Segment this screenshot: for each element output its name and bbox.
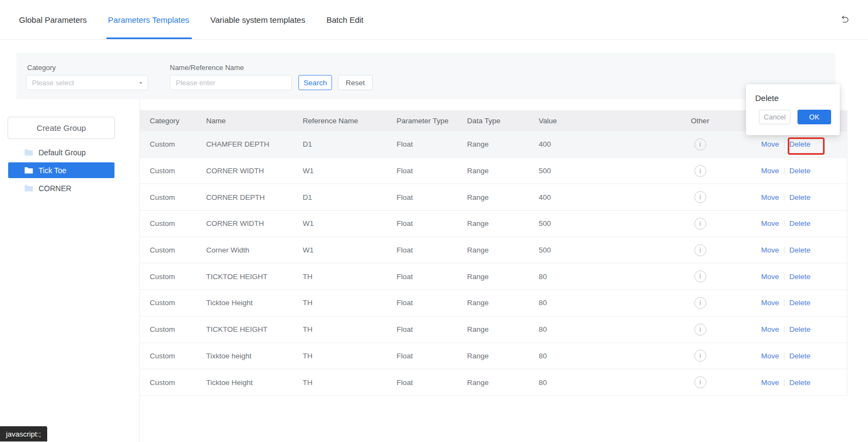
cell-name: TICKTOE HEIGHT xyxy=(206,325,303,333)
name-reference-input[interactable] xyxy=(170,75,292,90)
group-item-default-group[interactable]: Default Group xyxy=(8,144,114,160)
move-link[interactable]: Move xyxy=(761,273,779,281)
cell-value: 400 xyxy=(539,140,671,148)
table-row: Custom CORNER WIDTH W1 Float Range 500 i… xyxy=(140,158,847,185)
search-button[interactable]: Search xyxy=(298,75,332,90)
tab-parameters-templates[interactable]: Parameters Templates xyxy=(108,0,189,39)
info-icon[interactable]: i xyxy=(694,376,706,388)
move-link[interactable]: Move xyxy=(761,140,779,148)
cell-parameter-type: Float xyxy=(397,193,467,201)
category-select-placeholder: Please select xyxy=(32,79,139,87)
info-icon[interactable]: i xyxy=(694,165,706,177)
create-group-button[interactable]: Create Group xyxy=(8,117,115,139)
category-select[interactable]: Please select ▾ xyxy=(26,75,148,90)
cell-category: Custom xyxy=(150,325,206,333)
delete-link[interactable]: Delete xyxy=(789,246,810,254)
delete-link[interactable]: Delete xyxy=(789,273,810,281)
table-row: Custom Tixktoe height TH Float Range 80 … xyxy=(140,343,847,370)
popover-title: Delete xyxy=(755,93,831,103)
cell-name: CORNER WIDTH xyxy=(206,219,303,228)
cell-value: 80 xyxy=(539,352,671,360)
delete-link[interactable]: Delete xyxy=(789,378,810,387)
popover-buttons: Cancel OK xyxy=(755,110,831,124)
delete-link[interactable]: Delete xyxy=(789,299,810,307)
cell-value: 80 xyxy=(539,378,671,387)
delete-link[interactable]: Delete xyxy=(789,193,810,201)
info-icon[interactable]: i xyxy=(694,244,706,256)
move-link[interactable]: Move xyxy=(761,193,779,201)
move-link[interactable]: Move xyxy=(761,325,779,333)
reset-button[interactable]: Reset xyxy=(338,75,373,90)
cell-category: Custom xyxy=(150,219,206,228)
delete-link[interactable]: Delete xyxy=(789,325,810,333)
group-item-label: Default Group xyxy=(39,148,86,157)
cell-reference-name: TH xyxy=(303,299,397,307)
cell-parameter-type: Float xyxy=(397,325,467,333)
cell-category: Custom xyxy=(150,352,206,360)
info-icon[interactable]: i xyxy=(694,324,706,336)
cell-name: Ticktoe Height xyxy=(206,299,303,307)
delete-link[interactable]: Delete xyxy=(789,352,810,360)
category-label: Category xyxy=(27,64,56,72)
cell-other: i xyxy=(671,376,729,388)
page: Global Parameters Parameters Templates V… xyxy=(0,0,868,442)
move-link[interactable]: Move xyxy=(761,246,779,254)
delete-link[interactable]: Delete xyxy=(789,167,810,175)
cell-reference-name: TH xyxy=(303,273,397,281)
table-row: Custom CHAMFER DEPTH D1 Float Range 400 … xyxy=(140,131,847,158)
info-icon[interactable]: i xyxy=(694,350,706,362)
table-area: Category Name Reference Name Parameter T… xyxy=(140,99,868,442)
move-link[interactable]: Move xyxy=(761,219,779,228)
action-divider xyxy=(784,220,784,227)
move-link[interactable]: Move xyxy=(761,378,779,387)
group-item-corner[interactable]: CORNER xyxy=(8,180,114,196)
cell-value: 500 xyxy=(539,219,671,228)
cell-value: 80 xyxy=(539,273,671,281)
action-divider xyxy=(784,273,784,280)
tab-global-parameters[interactable]: Global Parameters xyxy=(19,0,87,39)
cell-reference-name: TH xyxy=(303,352,397,360)
info-icon[interactable]: i xyxy=(694,270,706,282)
ok-button[interactable]: OK xyxy=(797,110,831,124)
cell-actions: Move Delete xyxy=(729,352,810,360)
status-bar-link-preview: javascript:; xyxy=(0,426,47,441)
move-link[interactable]: Move xyxy=(761,167,779,175)
cell-data-type: Range xyxy=(467,167,539,175)
tab-variable-system-templates[interactable]: Variable system templates xyxy=(210,0,305,39)
cell-parameter-type: Float xyxy=(397,378,467,387)
info-icon[interactable]: i xyxy=(694,218,706,230)
cell-actions: Move Delete xyxy=(729,378,810,387)
group-item-tick-toe[interactable]: Tick Toe xyxy=(8,162,114,178)
column-header-category: Category xyxy=(150,117,206,125)
cell-name: Ticktoe Height xyxy=(206,378,303,387)
cell-data-type: Range xyxy=(467,273,539,281)
cell-reference-name: D1 xyxy=(303,193,397,201)
column-header-name: Name xyxy=(206,117,303,125)
move-link[interactable]: Move xyxy=(761,299,779,307)
cell-data-type: Range xyxy=(467,299,539,307)
table-row: Custom Ticktoe Height TH Float Range 80 … xyxy=(140,290,847,317)
info-icon[interactable]: i xyxy=(694,191,706,203)
move-link[interactable]: Move xyxy=(761,352,779,360)
undo-icon[interactable] xyxy=(839,14,850,25)
delete-link[interactable]: Delete xyxy=(789,140,810,148)
cell-category: Custom xyxy=(150,140,206,148)
cell-other: i xyxy=(671,191,729,203)
tab-bar: Global Parameters Parameters Templates V… xyxy=(0,0,868,40)
cell-actions: Move Delete xyxy=(729,273,810,281)
main-area: Create Group Default Group Tick Toe xyxy=(0,99,868,442)
cell-other: i xyxy=(671,165,729,177)
folder-icon xyxy=(24,185,33,192)
action-divider xyxy=(784,326,784,333)
cell-value: 500 xyxy=(539,167,671,175)
info-icon[interactable]: i xyxy=(694,138,706,150)
tab-batch-edit[interactable]: Batch Edit xyxy=(327,0,363,39)
parameters-table: Category Name Reference Name Parameter T… xyxy=(140,110,847,396)
group-item-label: Tick Toe xyxy=(39,166,66,175)
cell-name: Corner Width xyxy=(206,246,303,254)
cell-data-type: Range xyxy=(467,325,539,333)
info-icon[interactable]: i xyxy=(694,297,706,309)
delete-link[interactable]: Delete xyxy=(789,219,810,228)
cancel-button[interactable]: Cancel xyxy=(759,110,790,124)
table-row: Custom CORNER DEPTH D1 Float Range 400 i… xyxy=(140,184,847,211)
